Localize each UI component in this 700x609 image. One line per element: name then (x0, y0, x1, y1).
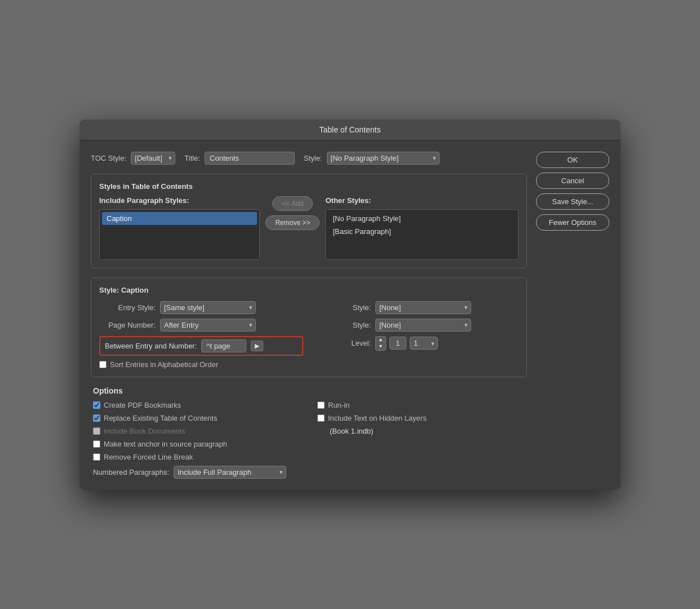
caption-section-title: Style: Caption (99, 286, 519, 294)
sort-entries-row: Sort Entries in Alphabetical Order (99, 360, 303, 369)
styles-section-title: Styles in Table of Contents (99, 182, 519, 191)
entry-style-select[interactable]: [Same style] (160, 301, 256, 314)
styles-panel: Include Paragraph Styles: Caption << Add… (99, 196, 519, 260)
include-list[interactable]: Caption (99, 209, 260, 260)
no-paragraph-style-item[interactable]: [No Paragraph Style] (328, 212, 516, 225)
caption-item[interactable]: Caption (102, 212, 257, 225)
level-down-button[interactable]: ▼ (376, 343, 386, 350)
caption-right: Style: [None] Style: (314, 301, 519, 369)
title-text: Table of Contents (320, 125, 381, 134)
options-section: Options Create PDF Bookmarks Replace Exi… (91, 386, 527, 479)
page-number-select[interactable]: After Entry Before Entry No Page Number (160, 319, 256, 332)
toc-style-group: TOC Style: [Default] (91, 152, 175, 165)
style2-label: Style: (314, 321, 371, 329)
title-group: Title: (184, 152, 295, 165)
include-hidden-label: Include Text on Hidden Layers (328, 414, 427, 422)
sort-entries-label: Sort Entries in Alphabetical Order (110, 360, 218, 369)
table-of-contents-dialog: Table of Contents TOC Style: [Default] T… (79, 120, 621, 490)
run-in-label: Run-in (328, 401, 349, 409)
entry-style-row: Entry Style: [Same style] (99, 301, 303, 314)
make-text-anchor-checkbox[interactable] (93, 440, 100, 448)
run-in-row: Run-in (317, 401, 525, 409)
level-up-button[interactable]: ▲ (376, 337, 386, 343)
numbered-paragraphs-row: Numbered Paragraphs: Include Full Paragr… (93, 466, 300, 479)
create-pdf-label: Create PDF Bookmarks (104, 401, 181, 409)
other-list[interactable]: [No Paragraph Style] [Basic Paragraph] (325, 209, 519, 260)
make-text-anchor-label: Make text anchor in source paragraph (104, 440, 227, 448)
sidebar-buttons: OK Cancel Save Style... Fewer Options (536, 152, 609, 479)
include-book-label: Include Book Documents (104, 427, 185, 435)
add-button[interactable]: << Add (272, 196, 313, 211)
entry-style-label: Entry Style: (99, 303, 156, 312)
options-grid: Create PDF Bookmarks Replace Existing Ta… (93, 401, 525, 479)
create-pdf-row: Create PDF Bookmarks (93, 401, 300, 409)
level-input[interactable] (389, 337, 406, 350)
include-book-checkbox (93, 427, 100, 435)
caption-fields: Entry Style: [Same style] Page Number: (99, 301, 519, 369)
run-in-checkbox[interactable] (317, 401, 325, 409)
ok-button[interactable]: OK (536, 152, 609, 168)
page-number-row: Page Number: After Entry Before Entry No… (99, 319, 303, 332)
toc-style-select[interactable]: [Default] (131, 152, 175, 165)
style1-label: Style: (314, 303, 371, 312)
title-label: Title: (184, 154, 200, 162)
page-number-wrapper: After Entry Before Entry No Page Number (160, 319, 256, 332)
style-label: Style: (304, 154, 322, 162)
between-entry-input[interactable] (201, 339, 246, 352)
options-left: Create PDF Bookmarks Replace Existing Ta… (93, 401, 300, 479)
style-select-wrapper: [No Paragraph Style] (327, 152, 440, 165)
other-styles: Other Styles: [No Paragraph Style] [Basi… (325, 196, 519, 260)
style1-select[interactable]: [None] (375, 301, 471, 314)
options-right: Run-in Include Text on Hidden Layers (Bo… (317, 401, 525, 479)
replace-existing-checkbox[interactable] (93, 414, 100, 422)
style-group: Style: [No Paragraph Style] (304, 152, 440, 165)
level-stepper: ▲ ▼ (375, 336, 386, 351)
level-select-wrapper: 1 (410, 337, 438, 350)
caption-section: Style: Caption Entry Style: [Same style] (91, 277, 527, 377)
caption-left: Entry Style: [Same style] Page Number: (99, 301, 303, 369)
entry-style-wrapper: [Same style] (160, 301, 256, 314)
remove-forced-label: Remove Forced Line Break (104, 453, 193, 461)
include-hidden-row: Include Text on Hidden Layers (317, 414, 525, 422)
remove-forced-checkbox[interactable] (93, 453, 100, 461)
book-file-label: (Book 1.indb) (317, 427, 525, 435)
replace-existing-row: Replace Existing Table of Contents (93, 414, 300, 422)
style-select[interactable]: [No Paragraph Style] (327, 152, 440, 165)
level-select[interactable]: 1 (410, 337, 438, 350)
include-hidden-checkbox[interactable] (317, 414, 325, 422)
cancel-button[interactable]: Cancel (536, 173, 609, 189)
main-content: TOC Style: [Default] Title: Style: (91, 152, 527, 479)
options-title: Options (93, 386, 525, 395)
style2-row: Style: [None] (314, 319, 519, 332)
create-pdf-checkbox[interactable] (93, 401, 100, 409)
level-row: Level: ▲ ▼ 1 (314, 336, 519, 351)
include-book-row: Include Book Documents (93, 427, 300, 435)
remove-forced-row: Remove Forced Line Break (93, 453, 300, 461)
replace-existing-label: Replace Existing Table of Contents (104, 414, 217, 422)
styles-section: Styles in Table of Contents Include Para… (91, 174, 527, 268)
title-input[interactable] (205, 152, 295, 165)
dialog-title: Table of Contents (79, 120, 621, 140)
fewer-options-button[interactable]: Fewer Options (536, 214, 609, 231)
between-entry-row: Between Entry and Number: ▶ (99, 336, 303, 356)
add-remove-buttons: << Add Remove >> (265, 196, 320, 230)
level-label: Level: (314, 339, 371, 347)
style2-select[interactable]: [None] (375, 319, 471, 332)
between-entry-label: Between Entry and Number: (105, 342, 197, 350)
top-fields: TOC Style: [Default] Title: Style: (91, 152, 527, 165)
remove-button[interactable]: Remove >> (265, 215, 320, 230)
level-group: ▲ ▼ 1 (375, 336, 438, 351)
include-styles: Include Paragraph Styles: Caption (99, 196, 260, 260)
style1-wrapper: [None] (375, 301, 471, 314)
between-arrow-button[interactable]: ▶ (251, 341, 263, 351)
save-style-button[interactable]: Save Style... (536, 193, 609, 210)
make-text-anchor-row: Make text anchor in source paragraph (93, 440, 300, 448)
numbered-paragraphs-select[interactable]: Include Full Paragraph Include Numbers O… (174, 466, 286, 479)
numbered-paragraphs-wrapper: Include Full Paragraph Include Numbers O… (174, 466, 286, 479)
include-label: Include Paragraph Styles: (99, 196, 260, 205)
page-number-label: Page Number: (99, 321, 156, 329)
sort-entries-checkbox[interactable] (99, 361, 107, 368)
toc-style-label: TOC Style: (91, 154, 126, 162)
toc-style-select-wrapper: [Default] (131, 152, 175, 165)
basic-paragraph-item[interactable]: [Basic Paragraph] (328, 225, 516, 238)
